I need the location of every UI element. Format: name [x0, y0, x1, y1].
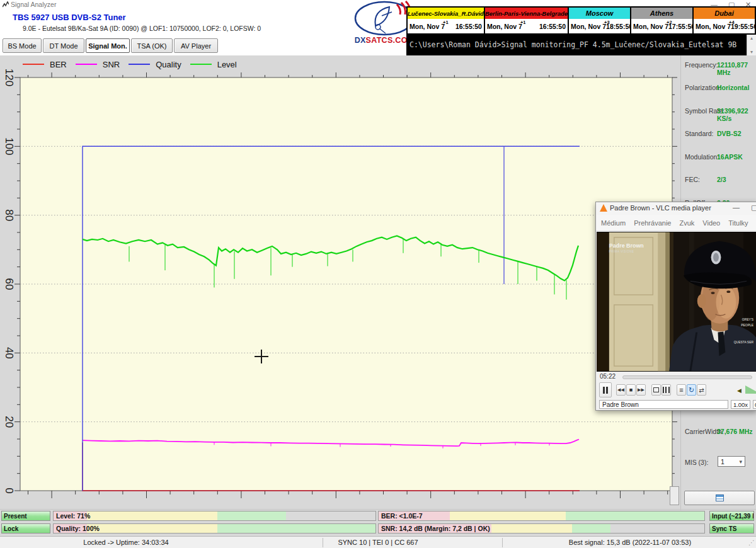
scroll-down-icon[interactable]: ▾ — [750, 49, 753, 55]
clock-athens: AthensMon, Nov 7+217:55:50 — [631, 8, 694, 33]
clock-berlin: Berlin-Paris-Vienna-BelgradeMon, Nov 7+1… — [485, 8, 569, 33]
fullscreen-button[interactable] — [651, 384, 661, 396]
vlc-window-title: Padre Brown - VLC media player — [610, 204, 711, 212]
previous-button[interactable]: ◀◀ — [616, 384, 626, 396]
clock-utc-offset: +1 — [520, 20, 526, 25]
random-button[interactable]: ⇄ — [697, 384, 706, 396]
legend-item-quality: Quality — [129, 60, 181, 69]
seek-bar[interactable] — [622, 375, 752, 379]
separator — [502, 538, 503, 547]
vlc-menu-prehrvanie[interactable]: Prehrávanie — [634, 219, 671, 227]
ts-analyzer-button[interactable] — [684, 491, 755, 505]
clock-time: 18:55:50 — [606, 23, 633, 30]
volume-icon[interactable]: ◀ — [737, 387, 742, 394]
legend-line-sample — [76, 64, 97, 65]
vlc-menu-zvuk[interactable]: Zvuk — [679, 219, 694, 227]
vlc-menu-bar: MédiumPrehrávanieZvukVideoTitulkyNástroj… — [596, 215, 756, 231]
tab-signal-mon-[interactable]: Signal Mon. — [86, 38, 130, 53]
tuner-title: TBS 5927 USB DVB-S2 Tuner — [13, 13, 126, 22]
signal-analyzer-icon — [3, 1, 9, 8]
field-value-polarization: Horizontal — [717, 84, 749, 91]
pause-icon — [603, 387, 608, 394]
tab-tsa-ok-[interactable]: TSA (OK) — [131, 38, 173, 53]
movie-title-overlay: Padre Brown — [609, 243, 644, 249]
clock-utc-offset: +2 — [667, 20, 672, 25]
window-title: Signal Analyzer — [11, 1, 56, 8]
field-label-fec: FEC: — [685, 176, 700, 183]
time-display-2: 05: — [753, 400, 756, 409]
vlc-menu-mdium[interactable]: Médium — [601, 219, 626, 227]
cmd-scrollbar[interactable]: ▴ ▾ — [747, 35, 756, 55]
clock-day: Mon, Nov 7 — [571, 23, 606, 30]
legend-item-snr: SNR — [76, 60, 120, 69]
clock-day: Mon, Nov 7 — [633, 23, 668, 30]
resize-grip[interactable]: ⋰ — [748, 539, 755, 546]
clock-time: 19:55:50 — [731, 23, 756, 30]
tab-av-player[interactable]: AV Player — [174, 38, 218, 53]
vlc-cone-icon — [600, 204, 607, 212]
clock-day: Mon, Nov 7 — [410, 23, 445, 30]
side-text-2: PEOPLE — [741, 324, 754, 327]
vlc-video-frame[interactable]: Padre Brown PRIMA VISIONE GREY'S PEOPLE … — [597, 232, 756, 372]
quality-bar: Quality: 100% — [53, 523, 376, 534]
sync-ts-indicator: Sync TS — [709, 523, 754, 534]
playback-rate[interactable]: 1.00x — [731, 400, 750, 409]
y-tick-label: 40 — [3, 347, 15, 359]
mis-value: 1 — [721, 458, 724, 465]
next-button[interactable]: ▶▶ — [636, 384, 646, 396]
equalizer-icon — [663, 387, 670, 393]
clock-day: Mon, Nov 7 — [487, 23, 522, 30]
tab-dt-mode[interactable]: DT Mode — [43, 38, 84, 53]
field-label-modulation: Modulation: — [685, 153, 719, 161]
scroll-up-icon[interactable]: ▴ — [750, 35, 753, 41]
legend-label: BER — [50, 60, 67, 69]
volume-slider[interactable] — [745, 385, 756, 394]
playlist-button[interactable]: ≡ — [677, 384, 686, 396]
chart-canvas[interactable]: 020406080100120 — [0, 55, 680, 510]
field-value-standard: DVB-S2 — [717, 130, 742, 137]
y-tick-label: 0 — [3, 488, 15, 493]
status-sync: SYNC 10 | TEI 0 | CC 667 — [296, 539, 460, 546]
signal-analyzer-window: Signal Analyzer — ▢ ✕ TBS 5927 USB DVB-S… — [0, 0, 756, 548]
vlc-menu-video[interactable]: Video — [702, 219, 720, 227]
present-indicator: Present — [1, 511, 50, 521]
window-icon — [716, 494, 724, 501]
side-text-1: GREY'S — [742, 318, 754, 321]
status-best-signal: Best signal: 15,3 dB (2022-11-07 03:53) — [529, 539, 731, 546]
legend-line-sample — [129, 64, 150, 65]
clock-time-row: Mon, Nov 7+318:55:50 — [569, 19, 630, 33]
y-tick-label: 80 — [3, 209, 15, 221]
vlc-menu-titulky[interactable]: Titulky — [728, 219, 748, 227]
legend-label: SNR — [103, 60, 120, 69]
vlc-maximize-icon[interactable]: ▢ — [751, 203, 756, 212]
tab-bs-mode[interactable]: BS Mode — [3, 38, 42, 53]
mis-label: MIS (3): — [685, 459, 708, 466]
stop-button[interactable]: ■ — [626, 384, 636, 396]
y-tick-label: 60 — [3, 278, 15, 290]
field-value-modulation: 16APSK — [717, 153, 743, 161]
clock-time-row: Mon, Nov 7+217:55:50 — [631, 19, 692, 33]
command-prompt-window[interactable]: C:\Users\Roman Dávid>Signal monitoring_P… — [406, 35, 756, 55]
clock-city-label: Dubai — [694, 8, 755, 19]
pause-button[interactable] — [599, 382, 612, 397]
fullscreen-icon — [653, 387, 659, 392]
snr-bar: SNR: 14,2 dB (Margin: 7,2 dB | OK) — [378, 523, 705, 534]
side-text-3: QUESTA SER — [734, 341, 754, 344]
extended-settings-button[interactable] — [662, 384, 671, 396]
field-value-frequency: 12110,877 MHz — [717, 61, 756, 76]
mis-select[interactable]: 1 ▾ — [718, 456, 745, 467]
field-label-frequency: Frequency: — [685, 61, 718, 69]
playlist-item-field[interactable]: Padre Brown — [599, 400, 728, 409]
chevron-down-icon: ▾ — [739, 459, 742, 465]
clock-lučenec: Lučenec-Slovakia_R.DávidMon, Nov 7+116:5… — [408, 8, 485, 33]
vlc-window[interactable]: Padre Brown - VLC media player — ▢ Médiu… — [595, 202, 756, 411]
loop-button[interactable]: ↻ — [687, 384, 696, 396]
clock-city-label: Moscow — [569, 8, 630, 19]
vlc-minimize-icon[interactable]: — — [733, 203, 740, 211]
legend-item-ber: BER — [23, 60, 67, 69]
signal-chart: 020406080100120 BERSNRQualityLevel — [0, 55, 680, 510]
vlc-title-bar[interactable]: Padre Brown - VLC media player — ▢ — [596, 202, 756, 215]
chart-scrollbar-thumb[interactable] — [670, 486, 679, 505]
field-value-symbolrate: 31396,922 KS/s — [717, 107, 756, 122]
field-value-carrierwidth: 37,676 MHz — [717, 428, 753, 435]
